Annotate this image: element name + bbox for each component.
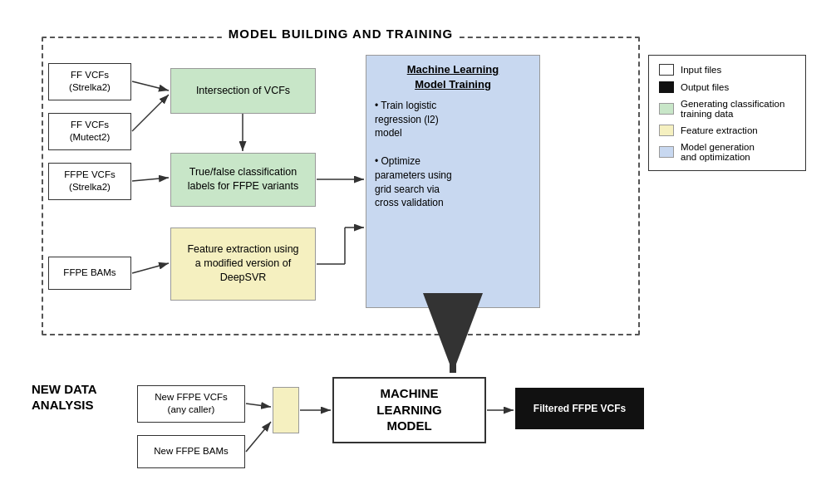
new-ffpe-vcfs-box: New FFPE VCFs(any caller) (137, 385, 245, 423)
input-ff-vcfs-strelka: FF VCFs(Strelka2) (48, 63, 131, 100)
legend-swatch-gen-class (659, 103, 674, 115)
legend-swatch-input (659, 64, 674, 76)
legend-label-gen-class: Generating classificationtraining data (681, 99, 784, 119)
input-ffpe-vcfs-strelka: FFPE VCFs(Strelka2) (48, 163, 131, 200)
legend-label-feat-ext: Feature extraction (681, 125, 758, 135)
small-feature-box (273, 387, 299, 433)
ml-training-content: • Train logisticregression (l2)model • O… (375, 99, 531, 210)
svg-line-12 (246, 404, 271, 407)
legend-swatch-feat-ext (659, 125, 674, 136)
ml-training-box: Machine LearningModel Training • Train l… (366, 55, 540, 308)
legend-swatch-output (659, 81, 674, 93)
legend-item-feat-ext: Feature extraction (659, 125, 795, 136)
feature-extraction-box: Feature extraction usinga modified versi… (170, 228, 316, 301)
ml-model-box: MACHINELEARNINGMODEL (332, 377, 486, 443)
diagram-container: MODEL BUILDING AND TRAINING FF VCFs(Stre… (17, 12, 814, 493)
top-dashed-box: MODEL BUILDING AND TRAINING (42, 37, 640, 335)
legend-label-model-gen: Model generationand optimization (681, 142, 755, 162)
legend-item-input: Input files (659, 64, 795, 76)
new-ffpe-bams-box: New FFPE BAMs (137, 435, 245, 468)
intersection-box: Intersection of VCFs (170, 68, 316, 114)
input-ffpe-bams: FFPE BAMs (48, 257, 131, 290)
svg-line-13 (246, 422, 271, 452)
true-false-box: True/false classificationlabels for FFPE… (170, 153, 316, 207)
ml-training-title: Machine LearningModel Training (375, 62, 531, 92)
legend-swatch-model-gen (659, 146, 674, 158)
legend-item-output: Output files (659, 81, 795, 93)
legend-label-input: Input files (681, 65, 721, 75)
legend-label-output: Output files (681, 82, 729, 92)
filtered-vcfs-box: Filtered FFPE VCFs (515, 388, 644, 429)
main-title: MODEL BUILDING AND TRAINING (222, 27, 460, 41)
new-data-analysis-label: NEW DATAANALYSIS (32, 381, 97, 413)
legend-item-model-gen: Model generationand optimization (659, 142, 795, 162)
input-ff-vcfs-mutect: FF VCFs(Mutect2) (48, 113, 131, 150)
legend: Input files Output files Generating clas… (648, 55, 806, 171)
legend-item-gen-class: Generating classificationtraining data (659, 99, 795, 119)
